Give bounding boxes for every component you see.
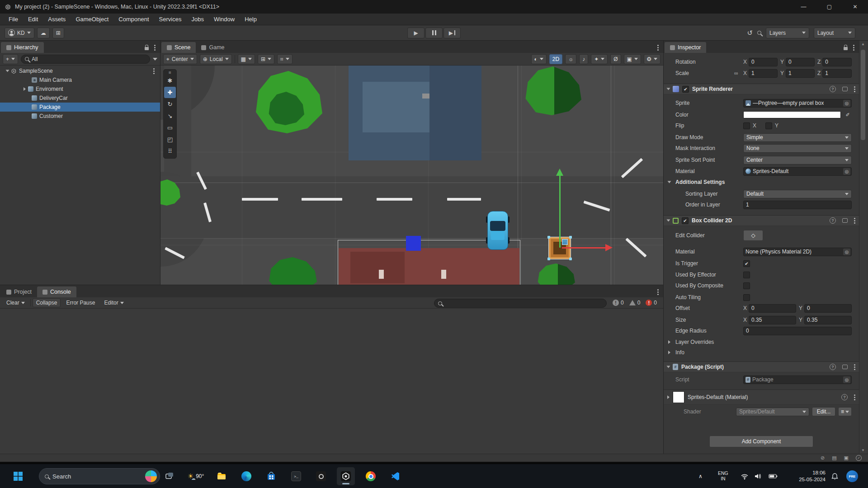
additional-settings-row[interactable]: Additional Settings: [664, 178, 855, 187]
selection-handle[interactable]: [547, 236, 550, 239]
tab-game[interactable]: Game: [196, 42, 230, 53]
draw-mode-dropdown[interactable]: ◐: [531, 54, 547, 64]
shader-edit-button[interactable]: Edit...: [812, 407, 835, 416]
volume-indicator[interactable]: [754, 464, 762, 488]
scale-y-field[interactable]: 1: [786, 69, 815, 78]
task-view-button[interactable]: [160, 467, 179, 485]
shader-menu-button[interactable]: ≡: [838, 407, 852, 416]
drag-handle-icon[interactable]: ≡: [169, 71, 171, 75]
selection-handle[interactable]: [569, 258, 572, 260]
tool-handle-rotation-dropdown[interactable]: ⊕ Local: [200, 54, 232, 64]
kebab-menu-icon[interactable]: [854, 397, 855, 398]
tool-handle-position-dropdown[interactable]: ⌖ Center: [163, 54, 197, 64]
close-button[interactable]: ✕: [842, 0, 868, 14]
console-log-area[interactable]: [0, 309, 663, 454]
menu-file[interactable]: File: [4, 16, 23, 23]
material-section-header[interactable]: Sprites-Default (Material) ?: [664, 389, 859, 405]
clock-widget[interactable]: 18:06 25-05-2024: [786, 464, 826, 488]
rotation-x-field[interactable]: 0: [749, 58, 778, 66]
file-explorer-button[interactable]: [212, 467, 231, 485]
preset-icon[interactable]: [842, 365, 848, 369]
edge-radius-field[interactable]: 0: [743, 327, 852, 335]
scene-audio-toggle[interactable]: ♪: [579, 54, 588, 64]
collab-icon[interactable]: ▣: [844, 455, 849, 461]
console-search-input[interactable]: [434, 299, 607, 308]
play-button[interactable]: ▶: [407, 28, 425, 38]
scale-z-field[interactable]: 1: [822, 69, 852, 78]
move-gizmo-y-axis[interactable]: [559, 175, 561, 248]
add-component-button[interactable]: Add Component: [709, 436, 813, 447]
custom-tool-button[interactable]: ⠿: [164, 145, 176, 157]
help-icon[interactable]: ?: [830, 364, 836, 370]
hierarchy-item-deliverycar[interactable]: DeliveryCar: [0, 94, 160, 103]
scale-x-field[interactable]: 1: [749, 69, 778, 78]
offset-x-field[interactable]: 0: [749, 304, 796, 313]
search-icon[interactable]: [757, 31, 761, 35]
sorting-layer-dropdown[interactable]: Default: [743, 190, 852, 198]
foldout-closed-icon[interactable]: [24, 87, 26, 91]
mask-interaction-dropdown[interactable]: None: [743, 144, 852, 153]
package-script-header[interactable]: # Package (Script) ?: [664, 361, 859, 372]
help-icon[interactable]: ?: [841, 394, 848, 400]
edge-button[interactable]: [237, 467, 255, 485]
grid-snapping-dropdown[interactable]: ⊞: [258, 54, 274, 64]
move-tool-button[interactable]: ✚: [164, 87, 176, 98]
selection-handle[interactable]: [547, 258, 550, 260]
foldout-closed-icon[interactable]: [667, 395, 670, 399]
info-counter[interactable]: ! 0: [613, 300, 624, 306]
tray-chevron[interactable]: ∧: [698, 464, 703, 488]
kebab-menu-icon[interactable]: [657, 291, 659, 293]
scene-root-row[interactable]: SampleScene: [0, 66, 160, 75]
help-icon[interactable]: ?: [830, 217, 836, 224]
foldout-open-icon[interactable]: [668, 181, 671, 183]
scroll-down-icon[interactable]: ▼: [859, 448, 867, 452]
hierarchy-search-input[interactable]: All: [21, 55, 150, 64]
unity-hub-button[interactable]: [312, 467, 330, 485]
used-by-composite-checkbox[interactable]: [743, 282, 750, 289]
message-icon[interactable]: ▤: [832, 455, 836, 461]
snap-increment-dropdown[interactable]: ⌗: [277, 54, 292, 64]
foldout-open-icon[interactable]: [667, 366, 670, 368]
warning-counter[interactable]: 0: [629, 300, 641, 306]
unity-editor-button[interactable]: [337, 467, 355, 485]
box-collider-header[interactable]: ✔ Box Collider 2D ?: [664, 215, 859, 226]
tab-inspector[interactable]: Inspector: [665, 42, 706, 53]
chrome-button[interactable]: [362, 467, 380, 485]
scale-tool-button[interactable]: ↘: [164, 110, 176, 122]
gizmos-dropdown[interactable]: ❂: [644, 54, 660, 64]
eyedropper-icon[interactable]: ✐: [844, 111, 852, 119]
inspector-scrollbar[interactable]: ▲ ▼: [859, 41, 867, 454]
vscode-button[interactable]: [387, 467, 405, 485]
collapse-button[interactable]: Collapse: [33, 298, 61, 307]
lock-icon[interactable]: [145, 47, 149, 50]
progress-check-icon[interactable]: ✓: [856, 455, 862, 461]
size-x-field[interactable]: 0.35: [749, 316, 796, 324]
color-swatch[interactable]: [743, 111, 841, 118]
object-picker-icon[interactable]: ◎: [843, 168, 850, 175]
menu-jobs[interactable]: Jobs: [186, 16, 208, 23]
grid-visibility-dropdown[interactable]: ▦: [238, 54, 255, 64]
size-y-field[interactable]: 0.35: [804, 316, 852, 324]
preset-icon[interactable]: [842, 87, 848, 91]
move-gizmo-plane-handle[interactable]: [562, 239, 568, 245]
menu-window[interactable]: Window: [209, 16, 240, 23]
object-picker-icon[interactable]: ◎: [843, 249, 850, 255]
hierarchy-item-package[interactable]: Package: [0, 103, 160, 112]
error-pause-button[interactable]: Error Pause: [62, 298, 99, 307]
undo-history-icon[interactable]: ↺: [747, 29, 753, 37]
rect-tool-button[interactable]: ▭: [164, 122, 176, 133]
move-gizmo-x-axis[interactable]: [562, 247, 605, 249]
preset-icon[interactable]: [842, 218, 848, 223]
foldout-open-icon[interactable]: [667, 88, 670, 90]
menu-edit[interactable]: Edit: [23, 16, 43, 23]
sprite-renderer-header[interactable]: ✔ Sprite Renderer ?: [664, 84, 859, 94]
menu-help[interactable]: Help: [240, 16, 262, 23]
store-button[interactable]: [262, 467, 280, 485]
object-picker-icon[interactable]: ◎: [843, 100, 850, 107]
clear-button[interactable]: Clear: [3, 298, 28, 307]
edit-collider-button[interactable]: ◇: [743, 230, 763, 241]
layout-dropdown[interactable]: Layout: [814, 28, 855, 38]
help-icon[interactable]: ?: [830, 86, 836, 92]
order-in-layer-field[interactable]: 1: [743, 201, 852, 209]
create-add-button[interactable]: +: [3, 54, 18, 64]
